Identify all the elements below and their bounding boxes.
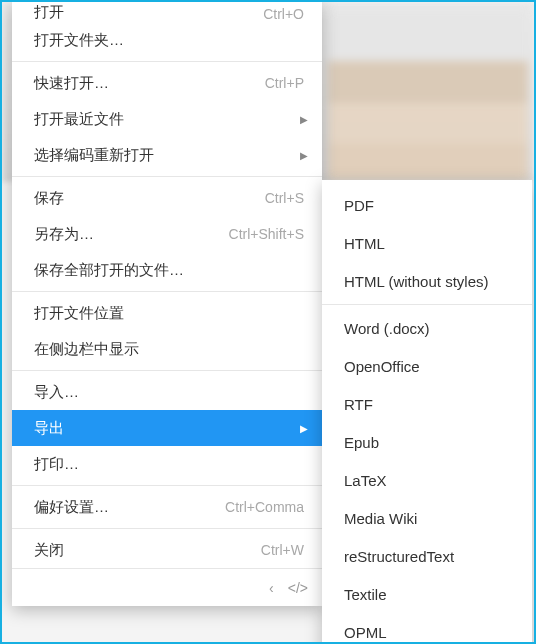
- menu-item[interactable]: 关闭Ctrl+W: [12, 532, 322, 568]
- menu-item[interactable]: 偏好设置…Ctrl+Comma: [12, 489, 322, 525]
- submenu-item[interactable]: Epub: [322, 423, 532, 461]
- menu-item-label: 保存全部打开的文件…: [34, 261, 308, 280]
- menu-item[interactable]: 打印…: [12, 446, 322, 482]
- menu-item-shortcut: Ctrl+W: [261, 542, 304, 558]
- submenu-item[interactable]: HTML: [322, 224, 532, 262]
- submenu-item[interactable]: HTML (without styles): [322, 262, 532, 300]
- submenu-item[interactable]: OpenOffice: [322, 347, 532, 385]
- menu-item[interactable]: 打开最近文件▶: [12, 101, 322, 137]
- submenu-item-label: OPML: [344, 624, 387, 641]
- menu-item-label: 选择编码重新打开: [34, 146, 294, 165]
- menu-item[interactable]: 保存全部打开的文件…: [12, 252, 322, 288]
- menu-separator: [12, 370, 322, 371]
- code-view-icon[interactable]: </>: [288, 580, 308, 596]
- menu-item-label: 打开: [34, 3, 263, 22]
- submenu-item[interactable]: Word (.docx): [322, 309, 532, 347]
- menu-separator: [12, 528, 322, 529]
- menu-item-label: 关闭: [34, 541, 261, 560]
- menu-item-label: 打开文件夹…: [34, 31, 308, 50]
- submenu-item[interactable]: LaTeX: [322, 461, 532, 499]
- menu-item-shortcut: Ctrl+O: [263, 6, 304, 22]
- menu-footer: ‹</>: [12, 568, 322, 606]
- submenu-item[interactable]: Media Wiki: [322, 499, 532, 537]
- menu-item-label: 导出: [34, 419, 294, 438]
- submenu-item[interactable]: Textile: [322, 575, 532, 613]
- submenu-item[interactable]: RTF: [322, 385, 532, 423]
- menu-item-label: 偏好设置…: [34, 498, 225, 517]
- submenu-item[interactable]: reStructuredText: [322, 537, 532, 575]
- menu-item-label: 打开最近文件: [34, 110, 294, 129]
- submenu-item-label: LaTeX: [344, 472, 387, 489]
- submenu-item[interactable]: PDF: [322, 186, 532, 224]
- menu-separator: [12, 291, 322, 292]
- submenu-arrow-icon: ▶: [300, 150, 308, 161]
- menu-item[interactable]: 另存为…Ctrl+Shift+S: [12, 216, 322, 252]
- menu-item-label: 在侧边栏中显示: [34, 340, 308, 359]
- submenu-item-label: OpenOffice: [344, 358, 420, 375]
- menu-item-label: 另存为…: [34, 225, 229, 244]
- menu-item-label: 导入…: [34, 383, 308, 402]
- menu-item[interactable]: 快速打开…Ctrl+P: [12, 65, 322, 101]
- menu-separator: [12, 61, 322, 62]
- submenu-item[interactable]: OPML: [322, 613, 532, 644]
- menu-item[interactable]: 导入…: [12, 374, 322, 410]
- export-submenu: PDFHTMLHTML (without styles)Word (.docx)…: [322, 180, 532, 644]
- submenu-item-label: Word (.docx): [344, 320, 430, 337]
- menu-item[interactable]: 在侧边栏中显示: [12, 331, 322, 367]
- menu-item-shortcut: Ctrl+Shift+S: [229, 226, 304, 242]
- submenu-item-label: Textile: [344, 586, 387, 603]
- submenu-separator: [322, 304, 532, 305]
- menu-separator: [12, 176, 322, 177]
- background-thumbnail-strip: [328, 10, 528, 180]
- menu-item-label: 打开文件位置: [34, 304, 308, 323]
- menu-item[interactable]: 打开Ctrl+O: [12, 2, 322, 22]
- menu-item-shortcut: Ctrl+S: [265, 190, 304, 206]
- submenu-item-label: Media Wiki: [344, 510, 417, 527]
- menu-item-label: 保存: [34, 189, 265, 208]
- menu-separator: [12, 485, 322, 486]
- submenu-arrow-icon: ▶: [300, 423, 308, 434]
- submenu-item-label: HTML: [344, 235, 385, 252]
- menu-item[interactable]: 选择编码重新打开▶: [12, 137, 322, 173]
- menu-item[interactable]: 打开文件位置: [12, 295, 322, 331]
- submenu-item-label: RTF: [344, 396, 373, 413]
- submenu-item-label: Epub: [344, 434, 379, 451]
- menu-item-label: 快速打开…: [34, 74, 265, 93]
- file-menu: 打开Ctrl+O打开文件夹…快速打开…Ctrl+P打开最近文件▶选择编码重新打开…: [12, 2, 322, 606]
- menu-item-shortcut: Ctrl+P: [265, 75, 304, 91]
- submenu-item-label: PDF: [344, 197, 374, 214]
- chevron-left-icon[interactable]: ‹: [269, 580, 274, 596]
- submenu-item-label: HTML (without styles): [344, 273, 488, 290]
- menu-item[interactable]: 导出▶: [12, 410, 322, 446]
- menu-item[interactable]: 打开文件夹…: [12, 22, 322, 58]
- submenu-item-label: reStructuredText: [344, 548, 454, 565]
- menu-item-shortcut: Ctrl+Comma: [225, 499, 304, 515]
- menu-item[interactable]: 保存Ctrl+S: [12, 180, 322, 216]
- menu-item-label: 打印…: [34, 455, 308, 474]
- submenu-arrow-icon: ▶: [300, 114, 308, 125]
